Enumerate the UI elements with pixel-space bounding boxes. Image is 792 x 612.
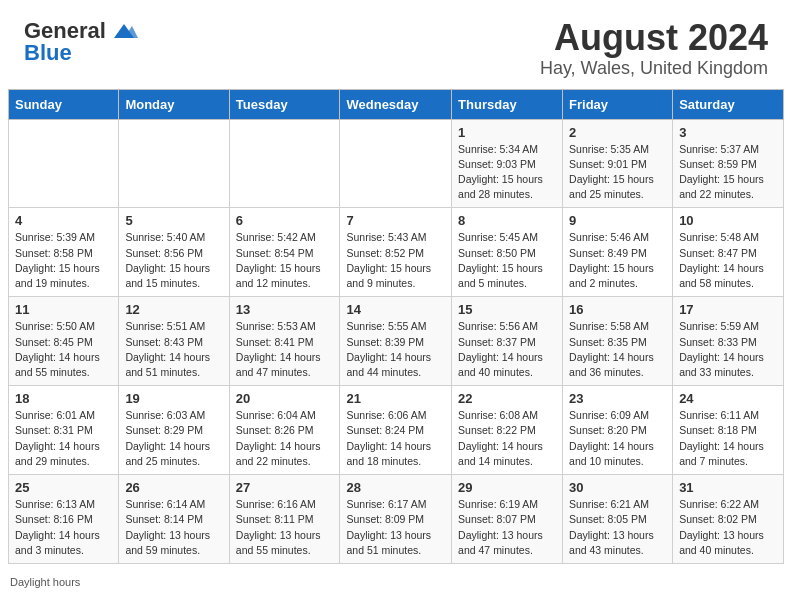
day-number: 24 (679, 391, 777, 406)
calendar-cell: 24Sunrise: 6:11 AMSunset: 8:18 PMDayligh… (673, 386, 784, 475)
title-area: August 2024 Hay, Wales, United Kingdom (540, 18, 768, 79)
day-number: 25 (15, 480, 112, 495)
calendar-cell: 23Sunrise: 6:09 AMSunset: 8:20 PMDayligh… (563, 386, 673, 475)
col-header-wednesday: Wednesday (340, 89, 452, 119)
day-number: 16 (569, 302, 666, 317)
day-info: Sunrise: 5:56 AMSunset: 8:37 PMDaylight:… (458, 319, 556, 380)
day-info: Sunrise: 6:16 AMSunset: 8:11 PMDaylight:… (236, 497, 334, 558)
day-number: 18 (15, 391, 112, 406)
calendar-table: SundayMondayTuesdayWednesdayThursdayFrid… (8, 89, 784, 564)
calendar-cell: 18Sunrise: 6:01 AMSunset: 8:31 PMDayligh… (9, 386, 119, 475)
day-info: Sunrise: 6:01 AMSunset: 8:31 PMDaylight:… (15, 408, 112, 469)
calendar-cell: 1Sunrise: 5:34 AMSunset: 9:03 PMDaylight… (452, 119, 563, 208)
day-info: Sunrise: 5:42 AMSunset: 8:54 PMDaylight:… (236, 230, 334, 291)
day-info: Sunrise: 5:55 AMSunset: 8:39 PMDaylight:… (346, 319, 445, 380)
calendar-week-row: 1Sunrise: 5:34 AMSunset: 9:03 PMDaylight… (9, 119, 784, 208)
calendar-week-row: 4Sunrise: 5:39 AMSunset: 8:58 PMDaylight… (9, 208, 784, 297)
calendar-cell: 20Sunrise: 6:04 AMSunset: 8:26 PMDayligh… (229, 386, 340, 475)
calendar-cell (340, 119, 452, 208)
footer-note: Daylight hours (0, 572, 792, 594)
day-number: 29 (458, 480, 556, 495)
day-info: Sunrise: 6:17 AMSunset: 8:09 PMDaylight:… (346, 497, 445, 558)
day-info: Sunrise: 6:14 AMSunset: 8:14 PMDaylight:… (125, 497, 222, 558)
calendar-cell: 9Sunrise: 5:46 AMSunset: 8:49 PMDaylight… (563, 208, 673, 297)
day-number: 26 (125, 480, 222, 495)
day-number: 8 (458, 213, 556, 228)
day-info: Sunrise: 5:35 AMSunset: 9:01 PMDaylight:… (569, 142, 666, 203)
day-info: Sunrise: 6:11 AMSunset: 8:18 PMDaylight:… (679, 408, 777, 469)
logo-icon (110, 22, 138, 40)
day-info: Sunrise: 5:50 AMSunset: 8:45 PMDaylight:… (15, 319, 112, 380)
calendar-wrapper: SundayMondayTuesdayWednesdayThursdayFrid… (0, 89, 792, 572)
calendar-cell (229, 119, 340, 208)
day-number: 11 (15, 302, 112, 317)
calendar-cell: 12Sunrise: 5:51 AMSunset: 8:43 PMDayligh… (119, 297, 229, 386)
calendar-header-row: SundayMondayTuesdayWednesdayThursdayFrid… (9, 89, 784, 119)
day-number: 1 (458, 125, 556, 140)
day-info: Sunrise: 6:08 AMSunset: 8:22 PMDaylight:… (458, 408, 556, 469)
day-info: Sunrise: 6:19 AMSunset: 8:07 PMDaylight:… (458, 497, 556, 558)
day-info: Sunrise: 6:13 AMSunset: 8:16 PMDaylight:… (15, 497, 112, 558)
col-header-monday: Monday (119, 89, 229, 119)
day-number: 2 (569, 125, 666, 140)
calendar-cell: 2Sunrise: 5:35 AMSunset: 9:01 PMDaylight… (563, 119, 673, 208)
col-header-friday: Friday (563, 89, 673, 119)
day-number: 7 (346, 213, 445, 228)
page-subtitle: Hay, Wales, United Kingdom (540, 58, 768, 79)
day-number: 5 (125, 213, 222, 228)
calendar-cell: 27Sunrise: 6:16 AMSunset: 8:11 PMDayligh… (229, 475, 340, 564)
calendar-cell: 25Sunrise: 6:13 AMSunset: 8:16 PMDayligh… (9, 475, 119, 564)
calendar-cell: 29Sunrise: 6:19 AMSunset: 8:07 PMDayligh… (452, 475, 563, 564)
col-header-tuesday: Tuesday (229, 89, 340, 119)
page-header: General Blue August 2024 Hay, Wales, Uni… (0, 0, 792, 89)
day-number: 9 (569, 213, 666, 228)
day-info: Sunrise: 6:06 AMSunset: 8:24 PMDaylight:… (346, 408, 445, 469)
col-header-sunday: Sunday (9, 89, 119, 119)
day-info: Sunrise: 5:45 AMSunset: 8:50 PMDaylight:… (458, 230, 556, 291)
day-number: 10 (679, 213, 777, 228)
page-title: August 2024 (540, 18, 768, 58)
calendar-week-row: 25Sunrise: 6:13 AMSunset: 8:16 PMDayligh… (9, 475, 784, 564)
calendar-cell: 13Sunrise: 5:53 AMSunset: 8:41 PMDayligh… (229, 297, 340, 386)
calendar-week-row: 11Sunrise: 5:50 AMSunset: 8:45 PMDayligh… (9, 297, 784, 386)
calendar-cell: 31Sunrise: 6:22 AMSunset: 8:02 PMDayligh… (673, 475, 784, 564)
calendar-cell: 7Sunrise: 5:43 AMSunset: 8:52 PMDaylight… (340, 208, 452, 297)
footer-text: Daylight hours (10, 576, 80, 588)
calendar-cell: 4Sunrise: 5:39 AMSunset: 8:58 PMDaylight… (9, 208, 119, 297)
calendar-cell: 10Sunrise: 5:48 AMSunset: 8:47 PMDayligh… (673, 208, 784, 297)
calendar-cell: 14Sunrise: 5:55 AMSunset: 8:39 PMDayligh… (340, 297, 452, 386)
calendar-cell: 11Sunrise: 5:50 AMSunset: 8:45 PMDayligh… (9, 297, 119, 386)
calendar-cell (9, 119, 119, 208)
day-number: 21 (346, 391, 445, 406)
day-info: Sunrise: 5:48 AMSunset: 8:47 PMDaylight:… (679, 230, 777, 291)
day-number: 14 (346, 302, 445, 317)
day-info: Sunrise: 6:09 AMSunset: 8:20 PMDaylight:… (569, 408, 666, 469)
calendar-cell: 6Sunrise: 5:42 AMSunset: 8:54 PMDaylight… (229, 208, 340, 297)
day-info: Sunrise: 5:59 AMSunset: 8:33 PMDaylight:… (679, 319, 777, 380)
day-info: Sunrise: 5:51 AMSunset: 8:43 PMDaylight:… (125, 319, 222, 380)
col-header-thursday: Thursday (452, 89, 563, 119)
calendar-cell: 5Sunrise: 5:40 AMSunset: 8:56 PMDaylight… (119, 208, 229, 297)
calendar-cell (119, 119, 229, 208)
day-info: Sunrise: 5:43 AMSunset: 8:52 PMDaylight:… (346, 230, 445, 291)
day-number: 31 (679, 480, 777, 495)
calendar-cell: 28Sunrise: 6:17 AMSunset: 8:09 PMDayligh… (340, 475, 452, 564)
calendar-cell: 16Sunrise: 5:58 AMSunset: 8:35 PMDayligh… (563, 297, 673, 386)
day-number: 30 (569, 480, 666, 495)
day-number: 19 (125, 391, 222, 406)
day-info: Sunrise: 6:03 AMSunset: 8:29 PMDaylight:… (125, 408, 222, 469)
day-number: 6 (236, 213, 334, 228)
day-number: 4 (15, 213, 112, 228)
day-number: 12 (125, 302, 222, 317)
calendar-cell: 15Sunrise: 5:56 AMSunset: 8:37 PMDayligh… (452, 297, 563, 386)
day-info: Sunrise: 6:21 AMSunset: 8:05 PMDaylight:… (569, 497, 666, 558)
day-number: 20 (236, 391, 334, 406)
day-number: 15 (458, 302, 556, 317)
day-info: Sunrise: 6:04 AMSunset: 8:26 PMDaylight:… (236, 408, 334, 469)
day-info: Sunrise: 6:22 AMSunset: 8:02 PMDaylight:… (679, 497, 777, 558)
day-info: Sunrise: 5:46 AMSunset: 8:49 PMDaylight:… (569, 230, 666, 291)
calendar-cell: 22Sunrise: 6:08 AMSunset: 8:22 PMDayligh… (452, 386, 563, 475)
logo-blue: Blue (24, 40, 72, 66)
day-info: Sunrise: 5:37 AMSunset: 8:59 PMDaylight:… (679, 142, 777, 203)
day-info: Sunrise: 5:40 AMSunset: 8:56 PMDaylight:… (125, 230, 222, 291)
